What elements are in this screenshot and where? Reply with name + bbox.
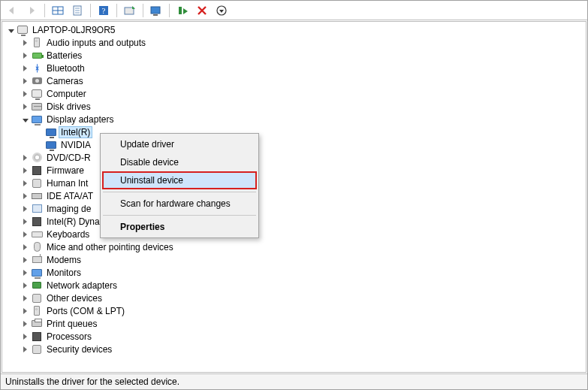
tree-item-label: IDE ATA/AT — [45, 191, 95, 201]
expand-icon[interactable] — [20, 331, 30, 342]
device-icon — [31, 75, 43, 87]
device-icon: ᚼ — [31, 62, 43, 74]
menu-separator — [103, 192, 256, 192]
tree-category[interactable]: Security devices — [2, 343, 586, 355]
expand-icon[interactable] — [20, 89, 30, 99]
tree-item-label: Security devices — [45, 344, 113, 355]
toolbar-sep — [143, 4, 143, 17]
expand-icon[interactable] — [20, 204, 30, 214]
help-button[interactable]: ? — [95, 2, 112, 19]
expand-icon[interactable] — [20, 101, 30, 112]
expand-icon[interactable] — [20, 344, 30, 355]
refresh-button[interactable] — [213, 2, 230, 19]
menu-item[interactable]: Properties — [102, 218, 257, 236]
tree-category[interactable]: Disk drives — [2, 100, 586, 113]
properties-button[interactable] — [69, 2, 86, 19]
tree-item-label: Ports (COM & LPT) — [45, 306, 126, 316]
expand-icon[interactable] — [20, 319, 30, 329]
toolbar-sep — [116, 4, 117, 17]
expand-icon[interactable] — [20, 153, 30, 163]
tree-category[interactable]: Firmware — [2, 164, 586, 177]
tree-item-label: Print queues — [45, 319, 98, 329]
expand-icon[interactable] — [20, 293, 30, 304]
status-bar: Uninstalls the driver for the selected d… — [1, 373, 587, 389]
device-icon — [31, 50, 43, 62]
menu-item[interactable]: Scan for hardware changes — [102, 195, 257, 213]
no-toggle — [34, 140, 44, 150]
back-arrow-icon — [6, 5, 18, 16]
menu-item[interactable]: Disable device — [102, 153, 257, 171]
tree-category[interactable]: Human Int — [2, 177, 586, 189]
expand-icon[interactable] — [20, 280, 30, 291]
expand-icon[interactable] — [20, 229, 30, 240]
expand-icon[interactable] — [20, 50, 30, 61]
expand-icon[interactable] — [20, 242, 30, 252]
tree-device[interactable]: Intel(R) — [2, 125, 586, 138]
svg-rect-11 — [153, 14, 158, 16]
device-icon — [31, 280, 43, 292]
tree-category[interactable]: Audio inputs and outputs — [2, 36, 586, 49]
enable-device-button[interactable] — [174, 2, 191, 19]
tree-device[interactable]: NVIDIA — [2, 138, 586, 151]
tree-item-label: DVD/CD-R — [45, 153, 92, 163]
back-button[interactable] — [4, 2, 20, 19]
collapse-icon[interactable] — [5, 25, 16, 35]
scan-hardware-button[interactable] — [148, 2, 164, 19]
device-icon — [31, 254, 43, 266]
tree-category[interactable]: Print queues — [2, 317, 586, 330]
tree-category[interactable]: Network adapters — [2, 279, 586, 292]
device-icon — [31, 37, 43, 49]
tree-category[interactable]: IDE ATA/AT — [2, 189, 586, 202]
tree-item-label: Keyboards — [45, 229, 91, 240]
menu-item[interactable]: Update driver — [102, 135, 257, 153]
forward-button[interactable] — [23, 2, 40, 19]
tree-category[interactable]: Intel(R) Dynamic Platform and Thermal Fr… — [2, 215, 586, 228]
device-icon — [31, 318, 43, 330]
tree-item-label: Cameras — [45, 76, 85, 86]
tree-category[interactable]: Modems — [2, 253, 586, 266]
tree-category[interactable]: Mice and other pointing devices — [2, 240, 586, 253]
svg-text:?: ? — [102, 6, 106, 15]
expand-icon[interactable] — [20, 191, 30, 201]
tree-category[interactable]: Ports (COM & LPT) — [2, 304, 586, 317]
expand-icon[interactable] — [20, 76, 30, 86]
toolbar-sep — [90, 4, 91, 17]
tree-category[interactable]: Processors — [2, 330, 586, 343]
expand-icon[interactable] — [20, 178, 30, 189]
expand-icon[interactable] — [20, 165, 30, 176]
device-icon — [31, 203, 43, 215]
forward-arrow-icon — [26, 5, 38, 16]
uninstall-device-button[interactable] — [194, 2, 210, 19]
collapse-icon[interactable] — [20, 114, 30, 125]
tree-category[interactable]: Computer — [2, 87, 586, 100]
no-toggle — [34, 127, 44, 138]
show-hidden-button[interactable] — [50, 2, 66, 19]
tree-item-label: NVIDIA — [59, 140, 92, 150]
tree-root[interactable]: LAPTOP-0LJR9OR5 — [2, 23, 586, 36]
tree-category[interactable]: Display adapters — [2, 113, 586, 125]
expand-icon[interactable] — [20, 268, 30, 278]
tree-category[interactable]: Batteries — [2, 49, 586, 62]
expand-icon[interactable] — [20, 216, 30, 227]
toolbar-sep — [44, 4, 45, 17]
update-driver-icon — [124, 5, 136, 16]
update-driver-button[interactable] — [122, 2, 138, 19]
tree-category[interactable]: Monitors — [2, 266, 586, 279]
menu-separator — [103, 215, 256, 216]
tree-item-label: Network adapters — [45, 280, 119, 291]
expand-icon[interactable] — [20, 38, 30, 48]
device-icon — [31, 216, 43, 228]
device-icon — [45, 139, 57, 151]
tree-category[interactable]: Imaging de — [2, 202, 586, 215]
tree-item-label: Computer — [45, 89, 88, 99]
tree-category[interactable]: Keyboards — [2, 228, 586, 240]
expand-icon[interactable] — [20, 255, 30, 265]
menu-item[interactable]: Uninstall device — [102, 171, 257, 189]
tree-category[interactable]: Cameras — [2, 74, 586, 87]
expand-icon[interactable] — [20, 306, 30, 316]
tree-category[interactable]: DVD/CD-R — [2, 151, 586, 164]
tree-category[interactable]: ᚼBluetooth — [2, 62, 586, 74]
expand-icon[interactable] — [20, 63, 30, 74]
tree-category[interactable]: Other devices — [2, 292, 586, 304]
device-tree[interactable]: LAPTOP-0LJR9OR5Audio inputs and outputsB… — [2, 22, 586, 372]
